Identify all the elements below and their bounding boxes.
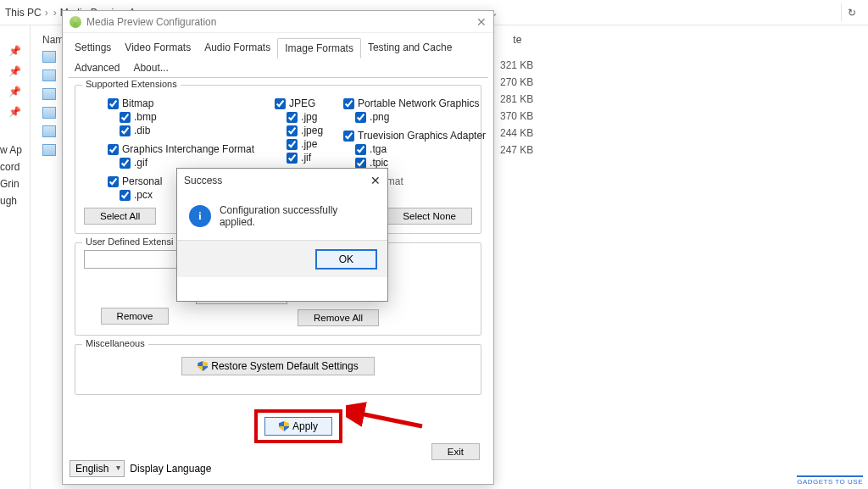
restore-defaults-button[interactable]: Restore System Default Settings xyxy=(181,357,374,375)
checkbox-bmp[interactable]: .bmp xyxy=(120,111,254,123)
checkbox-gif-group[interactable]: Graphics Interchange Format xyxy=(108,143,254,155)
tab-settings[interactable]: Settings xyxy=(68,38,118,58)
language-combobox[interactable]: English xyxy=(70,460,125,477)
dialog-title: Media Preview Configuration xyxy=(86,16,216,28)
file-size: 370 KB xyxy=(500,110,533,122)
exit-button[interactable]: Exit xyxy=(431,443,480,460)
file-size: 321 KB xyxy=(500,59,533,71)
language-label: Display Language xyxy=(130,463,211,475)
app-logo-icon xyxy=(70,16,81,28)
checkbox-jpeg-group[interactable]: JPEG xyxy=(275,97,323,109)
ok-button[interactable]: OK xyxy=(315,249,377,270)
pin-icon[interactable]: 📌 xyxy=(0,61,30,81)
apply-highlight-annotation: Apply xyxy=(254,409,342,443)
watermark: GADGETS TO USE xyxy=(797,475,863,486)
apply-button[interactable]: Apply xyxy=(264,417,332,436)
sidebar-item[interactable]: ugh xyxy=(0,195,31,207)
remove-all-button[interactable]: Remove All xyxy=(298,309,379,326)
checkbox-jpg[interactable]: .jpg xyxy=(287,111,323,123)
checkbox-png-group[interactable]: Portable Network Graphics xyxy=(343,97,486,109)
tab-video-formats[interactable]: Video Formats xyxy=(118,38,198,58)
shield-icon xyxy=(198,361,208,371)
miscellaneous-group: Miscellaneous Restore System Default Set… xyxy=(75,344,481,395)
group-title: User Defined Extensi xyxy=(82,236,176,247)
tab-audio-formats[interactable]: Audio Formats xyxy=(198,38,277,58)
sidebar-item[interactable]: w Ap xyxy=(0,144,31,156)
file-icon[interactable] xyxy=(42,51,56,63)
modal-titlebar[interactable]: Success ✕ xyxy=(177,169,387,192)
group-title: Miscellaneous xyxy=(82,338,148,348)
file-size: 270 KB xyxy=(500,76,533,88)
close-icon[interactable]: ✕ xyxy=(370,174,381,187)
file-size: 281 KB xyxy=(500,93,533,105)
dialog-titlebar[interactable]: Media Preview Configuration ✕ xyxy=(63,11,493,33)
modal-message: Configuration successfully applied. xyxy=(220,204,376,228)
sidebar-labels: w Ap cord Grin ugh xyxy=(0,144,31,207)
file-size: 244 KB xyxy=(500,127,533,139)
sidebar-item[interactable]: cord xyxy=(0,161,31,173)
tab-advanced[interactable]: Advanced xyxy=(68,58,126,77)
pin-icon[interactable]: 📌 xyxy=(0,41,30,61)
checkbox-gif[interactable]: .gif xyxy=(120,157,254,169)
info-icon: i xyxy=(189,205,211,227)
chevron-right-icon: › xyxy=(45,7,48,19)
tab-strip: Settings Video Formats Audio Formats Ima… xyxy=(63,33,493,77)
checkbox-jif[interactable]: .jif xyxy=(287,152,323,164)
tab-testing-cache[interactable]: Testing and Cache xyxy=(361,38,459,58)
close-icon[interactable]: ✕ xyxy=(476,15,487,29)
breadcrumb-segment[interactable]: This PC› xyxy=(5,7,48,19)
file-icon[interactable] xyxy=(42,107,56,119)
checkbox-jpe[interactable]: .jpe xyxy=(287,138,323,150)
checkbox-tpic[interactable]: .tpic xyxy=(355,157,486,169)
chevron-right-icon: › xyxy=(53,7,57,19)
select-all-button[interactable]: Select All xyxy=(84,208,156,225)
modal-title: Success xyxy=(184,175,222,186)
file-icon[interactable] xyxy=(42,69,56,81)
checkbox-jpeg[interactable]: .jpeg xyxy=(287,125,323,136)
size-column: 321 KB 270 KB 281 KB 370 KB 244 KB 247 K… xyxy=(500,59,533,156)
success-modal: Success ✕ i Configuration successfully a… xyxy=(176,168,388,302)
file-size: 247 KB xyxy=(500,144,533,156)
pin-icon[interactable]: 📌 xyxy=(0,102,30,122)
file-icon[interactable] xyxy=(42,144,56,156)
checkbox-dib[interactable]: .dib xyxy=(120,125,254,136)
column-header-name[interactable]: Nam xyxy=(42,34,64,46)
extension-input[interactable] xyxy=(84,250,186,269)
file-icon[interactable] xyxy=(42,125,56,137)
checkbox-tga-group[interactable]: Truevision Graphics Adapter xyxy=(343,130,486,142)
refresh-icon[interactable]: ↻ xyxy=(841,3,863,22)
column-header-date[interactable]: te xyxy=(513,34,521,46)
pin-icon[interactable]: 📌 xyxy=(0,81,30,102)
sidebar-item[interactable]: Grin xyxy=(0,178,31,190)
tab-image-formats[interactable]: Image Formats xyxy=(277,38,361,58)
remove-button[interactable]: Remove xyxy=(101,308,170,325)
dialog-footer: English Display Language xyxy=(70,460,211,477)
shield-icon xyxy=(279,421,289,431)
file-icon[interactable] xyxy=(42,88,56,100)
tab-about[interactable]: About... xyxy=(126,58,175,77)
checkbox-tga[interactable]: .tga xyxy=(355,143,486,155)
group-title: Supported Extensions xyxy=(82,79,181,89)
select-none-button[interactable]: Select None xyxy=(387,208,472,225)
checkbox-bitmap[interactable]: Bitmap xyxy=(108,97,254,109)
checkbox-png[interactable]: .png xyxy=(355,111,486,123)
quick-access-sidebar: 📌 📌 📌 📌 xyxy=(0,25,31,489)
